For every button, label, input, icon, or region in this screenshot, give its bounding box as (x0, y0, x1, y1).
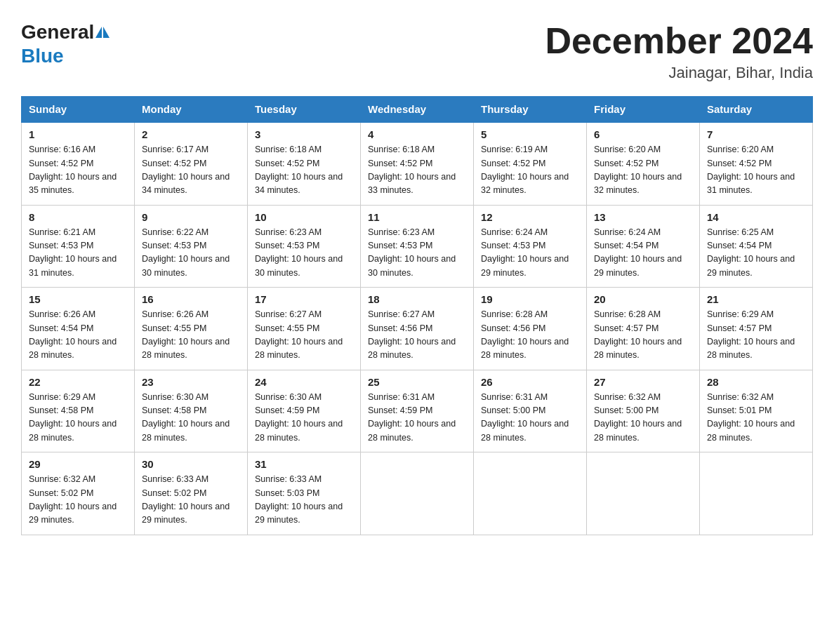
day-cell: 8Sunrise: 6:21 AMSunset: 4:53 PMDaylight… (22, 205, 135, 288)
day-info: Sunrise: 6:20 AMSunset: 4:52 PMDaylight:… (707, 143, 805, 198)
day-cell: 29Sunrise: 6:32 AMSunset: 5:02 PMDayligh… (22, 452, 135, 535)
day-info: Sunrise: 6:21 AMSunset: 4:53 PMDaylight:… (29, 226, 127, 281)
title-area: December 2024 Jainagar, Bihar, India (545, 21, 813, 82)
day-number: 30 (142, 458, 240, 470)
day-info: Sunrise: 6:25 AMSunset: 4:54 PMDaylight:… (707, 226, 805, 281)
day-cell: 5Sunrise: 6:19 AMSunset: 4:52 PMDaylight… (474, 122, 587, 205)
day-cell: 15Sunrise: 6:26 AMSunset: 4:54 PMDayligh… (22, 288, 135, 370)
day-cell: 17Sunrise: 6:27 AMSunset: 4:55 PMDayligh… (248, 288, 361, 370)
weekday-header-thursday: Thursday (474, 97, 587, 123)
day-number: 13 (594, 211, 692, 223)
day-cell: 30Sunrise: 6:33 AMSunset: 5:02 PMDayligh… (135, 452, 248, 535)
day-info: Sunrise: 6:18 AMSunset: 4:52 PMDaylight:… (255, 143, 353, 198)
week-row-2: 8Sunrise: 6:21 AMSunset: 4:53 PMDaylight… (22, 205, 813, 288)
day-info: Sunrise: 6:24 AMSunset: 4:54 PMDaylight:… (594, 226, 692, 281)
logo-blue-text: Blue (21, 45, 64, 67)
day-info: Sunrise: 6:23 AMSunset: 4:53 PMDaylight:… (368, 226, 466, 281)
day-number: 11 (368, 211, 466, 223)
day-number: 29 (29, 458, 127, 470)
day-cell: 23Sunrise: 6:30 AMSunset: 4:58 PMDayligh… (135, 370, 248, 452)
week-row-5: 29Sunrise: 6:32 AMSunset: 5:02 PMDayligh… (22, 452, 813, 535)
day-number: 17 (255, 293, 353, 305)
day-cell: 18Sunrise: 6:27 AMSunset: 4:56 PMDayligh… (361, 288, 474, 370)
day-cell: 2Sunrise: 6:17 AMSunset: 4:52 PMDaylight… (135, 122, 248, 205)
calendar-table: SundayMondayTuesdayWednesdayThursdayFrid… (21, 96, 813, 535)
day-cell: 19Sunrise: 6:28 AMSunset: 4:56 PMDayligh… (474, 288, 587, 370)
day-number: 19 (481, 293, 579, 305)
day-info: Sunrise: 6:24 AMSunset: 4:53 PMDaylight:… (481, 226, 579, 281)
weekday-header-friday: Friday (587, 97, 700, 123)
day-number: 2 (142, 128, 240, 140)
day-cell: 12Sunrise: 6:24 AMSunset: 4:53 PMDayligh… (474, 205, 587, 288)
weekday-header-wednesday: Wednesday (361, 97, 474, 123)
day-cell: 9Sunrise: 6:22 AMSunset: 4:53 PMDaylight… (135, 205, 248, 288)
day-info: Sunrise: 6:33 AMSunset: 5:02 PMDaylight:… (142, 473, 240, 528)
day-number: 26 (481, 376, 579, 388)
day-cell: 24Sunrise: 6:30 AMSunset: 4:59 PMDayligh… (248, 370, 361, 452)
day-info: Sunrise: 6:30 AMSunset: 4:58 PMDaylight:… (142, 391, 240, 445)
location-subtitle: Jainagar, Bihar, India (545, 64, 813, 82)
day-cell: 14Sunrise: 6:25 AMSunset: 4:54 PMDayligh… (700, 205, 813, 288)
logo: General Blue (21, 21, 110, 67)
day-cell: 16Sunrise: 6:26 AMSunset: 4:55 PMDayligh… (135, 288, 248, 370)
day-number: 27 (594, 376, 692, 388)
day-number: 5 (481, 128, 579, 140)
day-cell: 4Sunrise: 6:18 AMSunset: 4:52 PMDaylight… (361, 122, 474, 205)
week-row-3: 15Sunrise: 6:26 AMSunset: 4:54 PMDayligh… (22, 288, 813, 370)
day-cell (361, 452, 474, 535)
day-cell: 6Sunrise: 6:20 AMSunset: 4:52 PMDaylight… (587, 122, 700, 205)
weekday-header-monday: Monday (135, 97, 248, 123)
day-info: Sunrise: 6:27 AMSunset: 4:55 PMDaylight:… (255, 308, 353, 363)
day-info: Sunrise: 6:20 AMSunset: 4:52 PMDaylight:… (594, 143, 692, 198)
day-cell (587, 452, 700, 535)
day-info: Sunrise: 6:26 AMSunset: 4:54 PMDaylight:… (29, 308, 127, 363)
day-number: 8 (29, 211, 127, 223)
day-cell: 31Sunrise: 6:33 AMSunset: 5:03 PMDayligh… (248, 452, 361, 535)
day-info: Sunrise: 6:30 AMSunset: 4:59 PMDaylight:… (255, 391, 353, 445)
day-number: 31 (255, 458, 353, 470)
weekday-header-sunday: Sunday (22, 97, 135, 123)
day-number: 20 (594, 293, 692, 305)
header: General Blue December 2024 Jainagar, Bih… (21, 21, 813, 82)
day-info: Sunrise: 6:29 AMSunset: 4:57 PMDaylight:… (707, 308, 805, 363)
weekday-header-row: SundayMondayTuesdayWednesdayThursdayFrid… (22, 97, 813, 123)
day-info: Sunrise: 6:31 AMSunset: 5:00 PMDaylight:… (481, 391, 579, 445)
day-number: 14 (707, 211, 805, 223)
day-cell: 28Sunrise: 6:32 AMSunset: 5:01 PMDayligh… (700, 370, 813, 452)
day-info: Sunrise: 6:32 AMSunset: 5:01 PMDaylight:… (707, 391, 805, 445)
day-cell: 1Sunrise: 6:16 AMSunset: 4:52 PMDaylight… (22, 122, 135, 205)
day-cell: 25Sunrise: 6:31 AMSunset: 4:59 PMDayligh… (361, 370, 474, 452)
day-cell: 21Sunrise: 6:29 AMSunset: 4:57 PMDayligh… (700, 288, 813, 370)
day-info: Sunrise: 6:26 AMSunset: 4:55 PMDaylight:… (142, 308, 240, 363)
day-info: Sunrise: 6:16 AMSunset: 4:52 PMDaylight:… (29, 143, 127, 198)
day-number: 23 (142, 376, 240, 388)
day-info: Sunrise: 6:32 AMSunset: 5:02 PMDaylight:… (29, 473, 127, 528)
day-cell (474, 452, 587, 535)
day-cell: 10Sunrise: 6:23 AMSunset: 4:53 PMDayligh… (248, 205, 361, 288)
weekday-header-tuesday: Tuesday (248, 97, 361, 123)
month-title: December 2024 (545, 21, 813, 61)
day-number: 28 (707, 376, 805, 388)
day-info: Sunrise: 6:18 AMSunset: 4:52 PMDaylight:… (368, 143, 466, 198)
day-number: 4 (368, 128, 466, 140)
day-info: Sunrise: 6:23 AMSunset: 4:53 PMDaylight:… (255, 226, 353, 281)
day-info: Sunrise: 6:29 AMSunset: 4:58 PMDaylight:… (29, 391, 127, 445)
week-row-1: 1Sunrise: 6:16 AMSunset: 4:52 PMDaylight… (22, 122, 813, 205)
day-number: 9 (142, 211, 240, 223)
day-info: Sunrise: 6:28 AMSunset: 4:57 PMDaylight:… (594, 308, 692, 363)
day-cell: 7Sunrise: 6:20 AMSunset: 4:52 PMDaylight… (700, 122, 813, 205)
day-info: Sunrise: 6:22 AMSunset: 4:53 PMDaylight:… (142, 226, 240, 281)
day-cell (700, 452, 813, 535)
day-number: 7 (707, 128, 805, 140)
day-number: 1 (29, 128, 127, 140)
day-number: 6 (594, 128, 692, 140)
day-number: 10 (255, 211, 353, 223)
day-info: Sunrise: 6:17 AMSunset: 4:52 PMDaylight:… (142, 143, 240, 198)
day-number: 24 (255, 376, 353, 388)
day-cell: 3Sunrise: 6:18 AMSunset: 4:52 PMDaylight… (248, 122, 361, 205)
day-number: 25 (368, 376, 466, 388)
day-number: 18 (368, 293, 466, 305)
day-cell: 27Sunrise: 6:32 AMSunset: 5:00 PMDayligh… (587, 370, 700, 452)
weekday-header-saturday: Saturday (700, 97, 813, 123)
day-cell: 11Sunrise: 6:23 AMSunset: 4:53 PMDayligh… (361, 205, 474, 288)
